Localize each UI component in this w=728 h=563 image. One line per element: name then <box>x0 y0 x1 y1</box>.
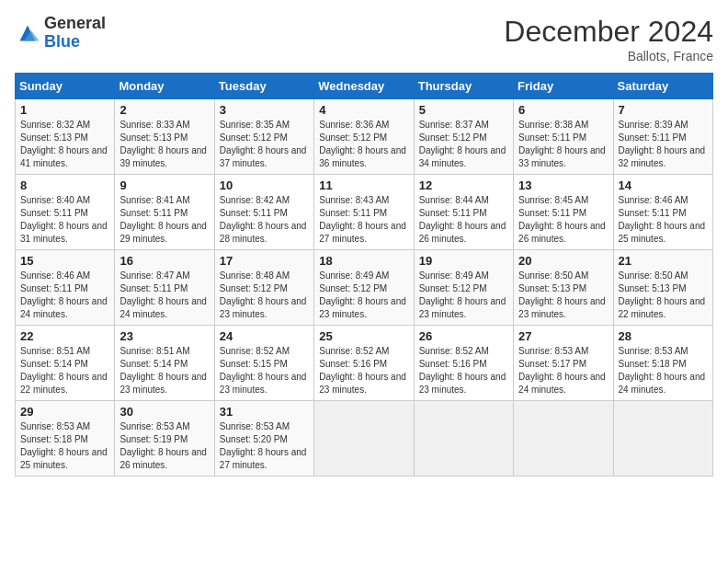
day-info: Sunrise: 8:33 AMSunset: 5:13 PMDaylight:… <box>119 119 209 170</box>
calendar-cell: 22Sunrise: 8:51 AMSunset: 5:14 PMDayligh… <box>16 326 115 401</box>
day-info: Sunrise: 8:51 AMSunset: 5:14 PMDaylight:… <box>119 345 209 396</box>
calendar-cell: 24Sunrise: 8:52 AMSunset: 5:15 PMDayligh… <box>214 326 313 401</box>
day-info: Sunrise: 8:52 AMSunset: 5:16 PMDaylight:… <box>319 345 408 396</box>
calendar-cell: 21Sunrise: 8:50 AMSunset: 5:13 PMDayligh… <box>613 250 712 326</box>
day-info: Sunrise: 8:35 AMSunset: 5:12 PMDaylight:… <box>220 119 309 170</box>
calendar-week-1: 8Sunrise: 8:40 AMSunset: 5:11 PMDaylight… <box>16 175 713 250</box>
day-number: 23 <box>119 329 209 343</box>
day-number: 30 <box>119 405 209 419</box>
day-info: Sunrise: 8:50 AMSunset: 5:13 PMDaylight:… <box>518 270 608 321</box>
calendar-cell: 8Sunrise: 8:40 AMSunset: 5:11 PMDaylight… <box>16 175 115 250</box>
calendar-cell: 9Sunrise: 8:41 AMSunset: 5:11 PMDaylight… <box>115 175 214 250</box>
day-info: Sunrise: 8:45 AMSunset: 5:11 PMDaylight:… <box>518 194 608 246</box>
logo: General Blue <box>15 15 106 52</box>
day-info: Sunrise: 8:43 AMSunset: 5:11 PMDaylight:… <box>319 194 408 246</box>
day-info: Sunrise: 8:53 AMSunset: 5:19 PMDaylight:… <box>119 420 209 472</box>
calendar-cell: 10Sunrise: 8:42 AMSunset: 5:11 PMDayligh… <box>214 175 313 250</box>
day-info: Sunrise: 8:38 AMSunset: 5:11 PMDaylight:… <box>518 119 608 170</box>
calendar-cell: 13Sunrise: 8:45 AMSunset: 5:11 PMDayligh… <box>514 175 613 250</box>
day-number: 27 <box>518 329 608 343</box>
day-info: Sunrise: 8:48 AMSunset: 5:12 PMDaylight:… <box>220 270 309 321</box>
calendar-cell: 15Sunrise: 8:46 AMSunset: 5:11 PMDayligh… <box>16 250 115 326</box>
day-number: 16 <box>119 254 209 268</box>
day-info: Sunrise: 8:37 AMSunset: 5:12 PMDaylight:… <box>419 119 508 170</box>
calendar-week-4: 29Sunrise: 8:53 AMSunset: 5:18 PMDayligh… <box>16 401 713 477</box>
calendar-cell: 2Sunrise: 8:33 AMSunset: 5:13 PMDaylight… <box>115 99 214 175</box>
day-number: 4 <box>319 103 408 117</box>
day-number: 18 <box>319 254 408 268</box>
calendar-cell: 29Sunrise: 8:53 AMSunset: 5:18 PMDayligh… <box>16 401 115 477</box>
day-number: 2 <box>119 103 209 117</box>
calendar-cell: 6Sunrise: 8:38 AMSunset: 5:11 PMDaylight… <box>514 99 613 175</box>
calendar-cell: 30Sunrise: 8:53 AMSunset: 5:19 PMDayligh… <box>115 401 214 477</box>
day-info: Sunrise: 8:53 AMSunset: 5:18 PMDaylight:… <box>619 345 708 396</box>
day-number: 13 <box>518 178 608 192</box>
calendar-cell: 19Sunrise: 8:49 AMSunset: 5:12 PMDayligh… <box>414 250 513 326</box>
day-number: 21 <box>619 254 708 268</box>
day-number: 6 <box>518 103 608 117</box>
day-info: Sunrise: 8:53 AMSunset: 5:17 PMDaylight:… <box>518 345 608 396</box>
day-number: 26 <box>419 329 508 343</box>
col-friday: Friday <box>514 74 613 99</box>
day-info: Sunrise: 8:52 AMSunset: 5:16 PMDaylight:… <box>419 345 508 396</box>
day-info: Sunrise: 8:49 AMSunset: 5:12 PMDaylight:… <box>319 270 408 321</box>
day-number: 15 <box>20 254 109 268</box>
day-number: 17 <box>220 254 309 268</box>
logo-general: General <box>44 14 106 32</box>
col-thursday: Thursday <box>414 74 513 99</box>
day-info: Sunrise: 8:53 AMSunset: 5:18 PMDaylight:… <box>20 420 109 472</box>
title-area: December 2024 Ballots, France <box>504 15 713 63</box>
calendar-cell <box>613 401 712 477</box>
day-number: 31 <box>220 405 309 419</box>
col-monday: Monday <box>115 74 214 99</box>
day-number: 5 <box>419 103 508 117</box>
day-info: Sunrise: 8:44 AMSunset: 5:11 PMDaylight:… <box>419 194 508 246</box>
calendar-week-0: 1Sunrise: 8:32 AMSunset: 5:13 PMDaylight… <box>16 99 713 175</box>
calendar-cell: 14Sunrise: 8:46 AMSunset: 5:11 PMDayligh… <box>613 175 712 250</box>
calendar-cell: 17Sunrise: 8:48 AMSunset: 5:12 PMDayligh… <box>214 250 313 326</box>
calendar-cell: 1Sunrise: 8:32 AMSunset: 5:13 PMDaylight… <box>16 99 115 175</box>
col-wednesday: Wednesday <box>314 74 414 99</box>
calendar-cell: 5Sunrise: 8:37 AMSunset: 5:12 PMDaylight… <box>414 99 513 175</box>
logo-blue: Blue <box>44 32 80 51</box>
calendar-cell: 20Sunrise: 8:50 AMSunset: 5:13 PMDayligh… <box>514 250 613 326</box>
calendar-cell: 3Sunrise: 8:35 AMSunset: 5:12 PMDaylight… <box>214 99 313 175</box>
day-number: 9 <box>119 178 209 192</box>
day-info: Sunrise: 8:40 AMSunset: 5:11 PMDaylight:… <box>20 194 109 246</box>
calendar-header-row: Sunday Monday Tuesday Wednesday Thursday… <box>16 74 713 99</box>
day-info: Sunrise: 8:46 AMSunset: 5:11 PMDaylight:… <box>619 194 708 246</box>
col-tuesday: Tuesday <box>214 74 313 99</box>
day-number: 8 <box>20 178 109 192</box>
month-title: December 2024 <box>504 15 713 49</box>
day-number: 29 <box>20 405 109 419</box>
day-info: Sunrise: 8:52 AMSunset: 5:15 PMDaylight:… <box>220 345 309 396</box>
calendar-cell: 11Sunrise: 8:43 AMSunset: 5:11 PMDayligh… <box>314 175 414 250</box>
day-info: Sunrise: 8:41 AMSunset: 5:11 PMDaylight:… <box>119 194 209 246</box>
calendar-table: Sunday Monday Tuesday Wednesday Thursday… <box>15 73 713 477</box>
calendar-cell: 27Sunrise: 8:53 AMSunset: 5:17 PMDayligh… <box>514 326 613 401</box>
calendar-cell: 16Sunrise: 8:47 AMSunset: 5:11 PMDayligh… <box>115 250 214 326</box>
day-info: Sunrise: 8:32 AMSunset: 5:13 PMDaylight:… <box>20 119 109 170</box>
calendar-week-2: 15Sunrise: 8:46 AMSunset: 5:11 PMDayligh… <box>16 250 713 326</box>
day-info: Sunrise: 8:49 AMSunset: 5:12 PMDaylight:… <box>419 270 508 321</box>
calendar-cell: 18Sunrise: 8:49 AMSunset: 5:12 PMDayligh… <box>314 250 414 326</box>
day-number: 25 <box>319 329 408 343</box>
calendar-cell: 26Sunrise: 8:52 AMSunset: 5:16 PMDayligh… <box>414 326 513 401</box>
calendar-cell: 12Sunrise: 8:44 AMSunset: 5:11 PMDayligh… <box>414 175 513 250</box>
header: General Blue December 2024 Ballots, Fran… <box>15 15 713 63</box>
day-number: 1 <box>20 103 109 117</box>
calendar-cell <box>414 401 513 477</box>
calendar-cell: 25Sunrise: 8:52 AMSunset: 5:16 PMDayligh… <box>314 326 414 401</box>
calendar-cell: 7Sunrise: 8:39 AMSunset: 5:11 PMDaylight… <box>613 99 712 175</box>
day-info: Sunrise: 8:53 AMSunset: 5:20 PMDaylight:… <box>220 420 309 472</box>
day-number: 20 <box>518 254 608 268</box>
col-saturday: Saturday <box>613 74 712 99</box>
day-number: 11 <box>319 178 408 192</box>
subtitle: Ballots, France <box>504 49 713 63</box>
col-sunday: Sunday <box>16 74 115 99</box>
day-number: 14 <box>619 178 708 192</box>
day-number: 7 <box>619 103 708 117</box>
calendar-cell: 28Sunrise: 8:53 AMSunset: 5:18 PMDayligh… <box>613 326 712 401</box>
calendar-cell: 31Sunrise: 8:53 AMSunset: 5:20 PMDayligh… <box>214 401 313 477</box>
day-number: 24 <box>220 329 309 343</box>
